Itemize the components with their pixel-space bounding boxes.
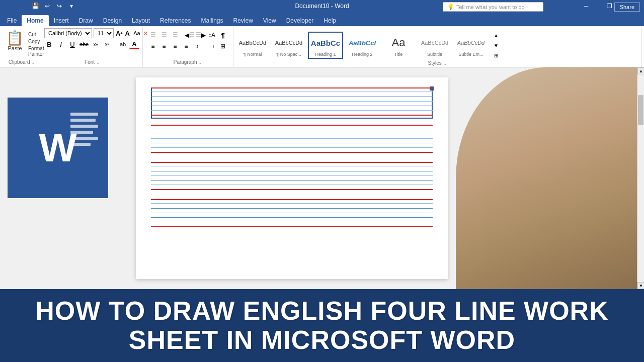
underline-button[interactable]: U	[67, 39, 77, 49]
red-line-bot-1	[151, 115, 433, 116]
styles-more[interactable]: ⊞	[491, 50, 501, 60]
main-area: W	[0, 67, 644, 289]
grow-font-button[interactable]: A+	[115, 28, 123, 38]
blue-line-2-4	[151, 217, 433, 218]
vertical-scrollbar[interactable]: ▲ ▼	[637, 67, 644, 289]
blue-line-extra-12	[151, 222, 433, 222]
italic-button[interactable]: I	[56, 39, 66, 49]
scroll-thumb[interactable]	[638, 95, 643, 125]
change-case-button[interactable]: Aa	[133, 28, 140, 38]
style-normal[interactable]: AaBbCcDd ¶ Normal	[235, 32, 270, 58]
style-heading1[interactable]: AaBbCc Heading 1	[308, 32, 343, 59]
bold-button[interactable]: B	[44, 39, 54, 49]
undo-icon[interactable]: ↩	[42, 1, 52, 11]
scroll-up-button[interactable]: ▲	[637, 67, 644, 74]
clipboard-group: 📋 Paste Cut Copy Format Painter Clipboar…	[2, 27, 42, 67]
justify-button[interactable]: ≡	[181, 41, 191, 51]
styles-scroll-down[interactable]: ▼	[491, 40, 501, 50]
subscript-button[interactable]: x₂	[91, 39, 101, 49]
paste-button[interactable]: 📋 Paste	[4, 30, 26, 52]
font-color-button[interactable]: A	[129, 39, 139, 49]
text-highlight-button[interactable]: ab	[118, 39, 128, 49]
styles-scroll-up[interactable]: ▲	[491, 30, 501, 40]
tell-me-box[interactable]: 💡 Tell me what you want to do	[443, 2, 543, 12]
shrink-font-button[interactable]: A-	[124, 28, 131, 38]
ribbon-tabs: File Home Insert Draw Design Layout Refe…	[0, 12, 644, 26]
font-size-select[interactable]: 11 12	[94, 28, 114, 38]
red-line-bot-3	[151, 189, 433, 190]
tell-me-placeholder: Tell me what you want to do	[456, 4, 525, 10]
save-icon[interactable]: 💾	[30, 1, 40, 11]
tab-home[interactable]: Home	[22, 15, 48, 26]
style-title[interactable]: Aa Title	[381, 32, 416, 58]
show-marks-button[interactable]: ¶	[218, 30, 228, 40]
blue-line-extra-4	[151, 129, 433, 129]
font-expand-icon[interactable]: ⌄	[96, 60, 100, 65]
shading-button[interactable]: □	[207, 41, 217, 51]
clipboard-label: Clipboard ⌄	[4, 59, 40, 66]
logo-line-5	[70, 137, 98, 140]
paragraph-expand-icon[interactable]: ⌄	[198, 60, 202, 65]
share-button[interactable]: Share	[614, 3, 640, 12]
tab-developer[interactable]: Developer	[281, 15, 319, 26]
borders-button[interactable]: ⊞	[218, 41, 228, 51]
tab-view[interactable]: View	[258, 15, 281, 26]
logo-line-4	[70, 131, 93, 134]
person-overlay	[456, 67, 637, 289]
red-line-top-1	[151, 87, 433, 88]
font-name-select[interactable]: Calibri (Body)	[44, 28, 92, 38]
blue-line-extra-2	[151, 101, 433, 102]
style-subtitle[interactable]: AaBbCcDd Subtitle	[418, 32, 452, 58]
tab-review[interactable]: Review	[228, 15, 258, 26]
minimize-button[interactable]: ─	[575, 0, 598, 12]
decrease-indent-button[interactable]: ◀☰	[185, 30, 195, 40]
lightbulb-icon: 💡	[447, 4, 454, 10]
superscript-button[interactable]: x²	[102, 39, 112, 49]
line-group-2	[151, 125, 433, 155]
strikethrough-button[interactable]: abc	[79, 39, 89, 49]
tab-insert[interactable]: Insert	[49, 15, 74, 26]
align-right-button[interactable]: ≡	[170, 41, 180, 51]
red-line-top-4	[151, 199, 433, 200]
blue-line-1-3	[151, 171, 433, 171]
blue-line-extra-10	[151, 203, 433, 204]
tab-mailings[interactable]: Mailings	[196, 15, 228, 26]
redo-icon[interactable]: ↪	[54, 1, 64, 11]
line-group-3	[151, 162, 433, 192]
align-center-button[interactable]: ≡	[159, 41, 169, 51]
scroll-down-button[interactable]: ▼	[637, 282, 644, 289]
blue-line-extra-5	[151, 138, 433, 139]
numbering-button[interactable]: ☰	[159, 30, 169, 40]
sort-button[interactable]: ↕A	[207, 30, 217, 40]
red-line-bot-4	[151, 226, 433, 227]
styles-group: AaBbCcDd ¶ Normal AaBbCcDd ¶ No Spac... …	[233, 27, 642, 67]
banner-text: HOW TO DRAW ENGLISH FOUR LINE WORK SHEET…	[35, 297, 608, 354]
styles-label: Styles ⌄	[235, 60, 639, 67]
bullets-button[interactable]: ☰	[148, 30, 158, 40]
tab-design[interactable]: Design	[98, 15, 127, 26]
tab-references[interactable]: References	[155, 15, 196, 26]
more-icon[interactable]: ▾	[66, 1, 76, 11]
tab-draw[interactable]: Draw	[74, 15, 98, 26]
logo-line-2	[70, 119, 96, 122]
line-group-1	[151, 87, 433, 118]
align-left-button[interactable]: ≡	[148, 41, 158, 51]
style-no-spacing[interactable]: AaBbCcDd ¶ No Spac...	[272, 32, 306, 58]
tab-help[interactable]: Help	[318, 15, 341, 26]
red-line-top-3	[151, 162, 433, 163]
multilevel-list-button[interactable]: ☰	[170, 30, 180, 40]
blue-line-2-1	[151, 106, 433, 106]
style-heading2[interactable]: AaBbCcI Heading 2	[345, 32, 379, 58]
word-logo-letter: W	[39, 125, 77, 171]
line-spacing-button[interactable]: ↕	[192, 41, 202, 51]
ribbon-content: 📋 Paste Cut Copy Format Painter Clipboar…	[0, 26, 644, 67]
increase-indent-button[interactable]: ☰▶	[196, 30, 206, 40]
style-subtle-emphasis[interactable]: AaBbCcDd Subtle Em...	[454, 32, 488, 58]
tab-layout[interactable]: Layout	[127, 15, 155, 26]
scroll-track	[637, 74, 644, 282]
word-logo-overlay: W	[0, 67, 116, 289]
tab-file[interactable]: File	[2, 15, 22, 26]
styles-expand-icon[interactable]: ⌄	[443, 61, 447, 66]
clipboard-expand-icon[interactable]: ⌄	[31, 60, 35, 65]
paragraph-label: Paragraph ⌄	[174, 59, 202, 66]
